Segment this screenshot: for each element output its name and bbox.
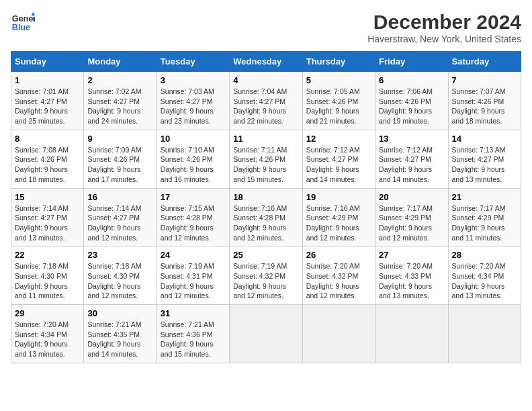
day-info: Sunrise: 7:03 AMSunset: 4:27 PMDaylight:… (161, 87, 214, 125)
subtitle: Haverstraw, New York, United States (367, 34, 521, 44)
day-cell: 2Sunrise: 7:02 AMSunset: 4:27 PMDaylight… (84, 72, 157, 130)
col-header-friday: Friday (375, 52, 448, 72)
day-info: Sunrise: 7:15 AMSunset: 4:28 PMDaylight:… (161, 204, 214, 242)
logo: General Blue (11, 11, 35, 35)
day-info: Sunrise: 7:05 AMSunset: 4:26 PMDaylight:… (306, 87, 360, 125)
day-cell (448, 305, 521, 363)
day-info: Sunrise: 7:21 AMSunset: 4:36 PMDaylight:… (161, 320, 214, 358)
col-header-monday: Monday (84, 52, 157, 72)
day-info: Sunrise: 7:11 AMSunset: 4:26 PMDaylight:… (233, 146, 287, 183)
day-cell: 13Sunrise: 7:12 AMSunset: 4:27 PMDayligh… (375, 130, 448, 188)
day-info: Sunrise: 7:19 AMSunset: 4:32 PMDaylight:… (233, 262, 287, 300)
day-cell: 24Sunrise: 7:19 AMSunset: 4:31 PMDayligh… (157, 246, 229, 305)
day-number: 17 (161, 192, 226, 202)
day-info: Sunrise: 7:01 AMSunset: 4:27 PMDaylight:… (15, 87, 69, 125)
day-number: 26 (306, 250, 371, 260)
day-number: 9 (87, 134, 152, 144)
day-cell: 16Sunrise: 7:14 AMSunset: 4:27 PMDayligh… (84, 188, 157, 246)
day-cell: 25Sunrise: 7:19 AMSunset: 4:32 PMDayligh… (230, 246, 302, 305)
header: General Blue December 2024 Haverstraw, N… (11, 11, 521, 44)
day-number: 28 (452, 250, 517, 260)
day-number: 2 (87, 75, 152, 85)
day-info: Sunrise: 7:04 AMSunset: 4:27 PMDaylight:… (233, 87, 287, 125)
day-cell: 9Sunrise: 7:09 AMSunset: 4:26 PMDaylight… (84, 130, 157, 188)
day-info: Sunrise: 7:14 AMSunset: 4:27 PMDaylight:… (15, 204, 69, 242)
day-number: 18 (233, 192, 298, 202)
day-info: Sunrise: 7:18 AMSunset: 4:30 PMDaylight:… (15, 262, 69, 300)
day-cell: 3Sunrise: 7:03 AMSunset: 4:27 PMDaylight… (157, 72, 229, 130)
day-cell: 12Sunrise: 7:12 AMSunset: 4:27 PMDayligh… (302, 130, 375, 188)
day-cell: 22Sunrise: 7:18 AMSunset: 4:30 PMDayligh… (11, 246, 84, 305)
day-number: 14 (452, 134, 517, 144)
day-info: Sunrise: 7:20 AMSunset: 4:34 PMDaylight:… (452, 262, 506, 300)
day-number: 6 (379, 75, 444, 85)
day-number: 25 (233, 250, 298, 260)
col-header-wednesday: Wednesday (230, 52, 302, 72)
day-info: Sunrise: 7:12 AMSunset: 4:27 PMDaylight:… (306, 146, 360, 183)
day-cell: 14Sunrise: 7:13 AMSunset: 4:27 PMDayligh… (448, 130, 521, 188)
svg-text:Blue: Blue (12, 23, 30, 32)
day-number: 19 (306, 192, 371, 202)
day-number: 24 (161, 250, 226, 260)
day-info: Sunrise: 7:10 AMSunset: 4:26 PMDaylight:… (161, 146, 214, 183)
day-info: Sunrise: 7:06 AMSunset: 4:26 PMDaylight:… (379, 87, 433, 125)
week-row-3: 15Sunrise: 7:14 AMSunset: 4:27 PMDayligh… (11, 188, 521, 246)
day-number: 22 (15, 250, 80, 260)
col-header-sunday: Sunday (11, 52, 84, 72)
day-info: Sunrise: 7:21 AMSunset: 4:35 PMDaylight:… (87, 320, 141, 358)
day-cell: 27Sunrise: 7:20 AMSunset: 4:33 PMDayligh… (375, 246, 448, 305)
day-number: 20 (379, 192, 444, 202)
col-header-thursday: Thursday (302, 52, 375, 72)
day-cell: 26Sunrise: 7:20 AMSunset: 4:32 PMDayligh… (302, 246, 375, 305)
day-cell: 30Sunrise: 7:21 AMSunset: 4:35 PMDayligh… (84, 305, 157, 363)
day-cell: 1Sunrise: 7:01 AMSunset: 4:27 PMDaylight… (11, 72, 84, 130)
title-area: December 2024 Haverstraw, New York, Unit… (367, 11, 521, 44)
day-cell: 11Sunrise: 7:11 AMSunset: 4:26 PMDayligh… (230, 130, 302, 188)
day-cell: 7Sunrise: 7:07 AMSunset: 4:26 PMDaylight… (448, 72, 521, 130)
day-cell (302, 305, 375, 363)
day-cell: 8Sunrise: 7:08 AMSunset: 4:26 PMDaylight… (11, 130, 84, 188)
day-cell: 28Sunrise: 7:20 AMSunset: 4:34 PMDayligh… (448, 246, 521, 305)
day-cell (230, 305, 302, 363)
day-number: 27 (379, 250, 444, 260)
day-info: Sunrise: 7:02 AMSunset: 4:27 PMDaylight:… (87, 87, 141, 125)
day-info: Sunrise: 7:07 AMSunset: 4:26 PMDaylight:… (452, 87, 506, 125)
day-cell: 15Sunrise: 7:14 AMSunset: 4:27 PMDayligh… (11, 188, 84, 246)
day-number: 1 (15, 75, 80, 85)
day-number: 8 (15, 134, 80, 144)
calendar-table: SundayMondayTuesdayWednesdayThursdayFrid… (11, 51, 521, 363)
day-info: Sunrise: 7:09 AMSunset: 4:26 PMDaylight:… (87, 146, 141, 183)
day-number: 13 (379, 134, 444, 144)
day-number: 10 (161, 134, 226, 144)
day-number: 5 (306, 75, 371, 85)
logo-icon: General Blue (11, 11, 35, 35)
day-number: 30 (87, 308, 152, 318)
day-cell: 4Sunrise: 7:04 AMSunset: 4:27 PMDaylight… (230, 72, 302, 130)
day-info: Sunrise: 7:19 AMSunset: 4:31 PMDaylight:… (161, 262, 214, 300)
day-cell (375, 305, 448, 363)
day-cell: 23Sunrise: 7:18 AMSunset: 4:30 PMDayligh… (84, 246, 157, 305)
week-row-1: 1Sunrise: 7:01 AMSunset: 4:27 PMDaylight… (11, 72, 521, 130)
day-number: 29 (15, 308, 80, 318)
day-info: Sunrise: 7:13 AMSunset: 4:27 PMDaylight:… (452, 146, 506, 183)
day-cell: 29Sunrise: 7:20 AMSunset: 4:34 PMDayligh… (11, 305, 84, 363)
day-number: 11 (233, 134, 298, 144)
day-info: Sunrise: 7:08 AMSunset: 4:26 PMDaylight:… (15, 146, 69, 183)
day-info: Sunrise: 7:17 AMSunset: 4:29 PMDaylight:… (379, 204, 433, 242)
day-info: Sunrise: 7:16 AMSunset: 4:28 PMDaylight:… (233, 204, 287, 242)
day-number: 3 (161, 75, 226, 85)
day-cell: 17Sunrise: 7:15 AMSunset: 4:28 PMDayligh… (157, 188, 229, 246)
day-cell: 20Sunrise: 7:17 AMSunset: 4:29 PMDayligh… (375, 188, 448, 246)
day-number: 7 (452, 75, 517, 85)
day-number: 12 (306, 134, 371, 144)
day-number: 23 (87, 250, 152, 260)
day-info: Sunrise: 7:20 AMSunset: 4:34 PMDaylight:… (15, 320, 69, 358)
day-cell: 18Sunrise: 7:16 AMSunset: 4:28 PMDayligh… (230, 188, 302, 246)
day-cell: 5Sunrise: 7:05 AMSunset: 4:26 PMDaylight… (302, 72, 375, 130)
week-row-5: 29Sunrise: 7:20 AMSunset: 4:34 PMDayligh… (11, 305, 521, 363)
day-info: Sunrise: 7:16 AMSunset: 4:29 PMDaylight:… (306, 204, 360, 242)
day-number: 21 (452, 192, 517, 202)
day-number: 4 (233, 75, 298, 85)
week-row-2: 8Sunrise: 7:08 AMSunset: 4:26 PMDaylight… (11, 130, 521, 188)
week-row-4: 22Sunrise: 7:18 AMSunset: 4:30 PMDayligh… (11, 246, 521, 305)
